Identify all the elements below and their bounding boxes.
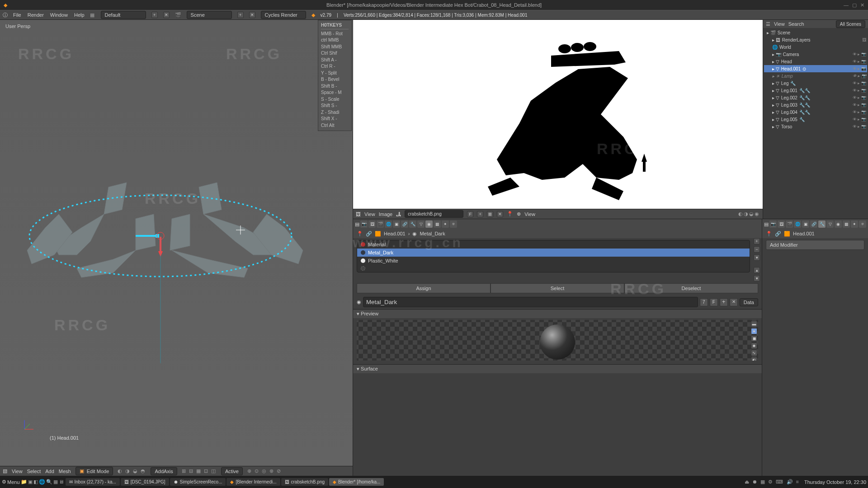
preview-hair[interactable]: ∿ (751, 350, 757, 356)
menu-help[interactable]: Help (74, 12, 85, 18)
tab-render[interactable]: 📷 (360, 221, 368, 228)
tab-modifiers[interactable]: 🔧 (409, 221, 416, 228)
taskbar-item-sketch[interactable]: 🖼 crabsketchB.png (281, 478, 329, 486)
image-canvas[interactable] (353, 20, 763, 209)
img-menu-view2[interactable]: View (524, 211, 535, 217)
mat-unlink-button[interactable]: ✕ (730, 298, 738, 306)
tab2-particles[interactable]: ✦ (851, 221, 858, 228)
tab2-texture[interactable]: ▦ (843, 221, 850, 228)
taskbar-item-dsc[interactable]: 🖼 [DSC_0194.JPG] (121, 478, 169, 486)
tab2-data[interactable]: ▽ (826, 221, 834, 228)
viewport-editor-icon[interactable]: ▧ (3, 468, 7, 474)
tab-renderlayers[interactable]: 🖼 (368, 221, 376, 228)
mat-slot-down[interactable]: ▾ (754, 275, 760, 282)
pin-icon[interactable]: 📍 (357, 231, 363, 237)
layout-remove-button[interactable]: ✕ (163, 12, 170, 18)
outliner-menu-view[interactable]: View (774, 21, 785, 27)
maximize-button[interactable]: ▢ (852, 2, 857, 8)
engine-dropdown[interactable]: Cycles Render (261, 11, 306, 19)
select-button[interactable]: Select (491, 283, 624, 293)
scene-add-button[interactable]: + (237, 12, 244, 18)
close-button[interactable]: ✕ (860, 2, 864, 8)
mat-browse-icon[interactable]: ◉ (357, 299, 361, 305)
shading-icons[interactable]: ◐ ◑ ◒ ◓ (118, 468, 146, 474)
tab2-renderlayers[interactable]: 🖼 (778, 221, 785, 228)
tree-row-head001[interactable]: ▸ ▽ Head.001 ⊙👁 ▸ 📷 (764, 65, 867, 72)
scene-dropdown[interactable]: Scene (187, 11, 232, 19)
tree-row-camera[interactable]: ▸ 📷 Camera👁 ▸ 📷 (764, 51, 867, 58)
assign-button[interactable]: Assign (357, 283, 491, 293)
menu-file[interactable]: File (13, 12, 21, 18)
tab-data[interactable]: ▽ (417, 221, 425, 228)
tab-texture[interactable]: ▦ (434, 221, 441, 228)
tree-row-renderlayers[interactable]: ▸ 🖼 RenderLayers🖼 (764, 36, 867, 43)
addaxis-dropdown[interactable]: AddAxis (151, 467, 177, 475)
start-menu-icon[interactable]: ⚙ (2, 479, 6, 485)
tree-row-lamp[interactable]: ▸ ☀ Lamp👁 ▸ 📷 (764, 72, 867, 80)
landscape-icon[interactable]: 🏞 (396, 211, 401, 217)
mat-link-dropdown[interactable]: Data (740, 298, 758, 306)
mat-slot-remove[interactable]: − (754, 246, 760, 253)
quicklaunch-icons[interactable]: 📁▣◧🌐🔍▦🖥 (21, 479, 65, 485)
layout-add-button[interactable]: + (151, 12, 158, 18)
transform-icons[interactable]: ⊕ ⊙ ◎ ⊗ ⊘ (247, 468, 282, 474)
img-add-button[interactable]: + (477, 211, 483, 217)
outliner-tree[interactable]: ▸ 🎬 Scene ▸ 🖼 RenderLayers🖼 🌐 World ▸ 📷 … (763, 28, 868, 219)
taskbar-item-inbox[interactable]: ✉ Inbox (22,737) - ka... (66, 478, 120, 486)
img-menu-view[interactable]: View (364, 211, 375, 217)
preview-cube[interactable]: ◼ (751, 335, 757, 342)
vp-menu-mesh[interactable]: Mesh (59, 469, 71, 474)
mat-users-count[interactable]: 7 (700, 298, 708, 306)
tree-row-leg001[interactable]: ▸ ▽ Leg.001 🔧🔧👁 ▸ 📷 (764, 87, 867, 94)
mat-fake-user[interactable]: F (710, 298, 718, 306)
tab-scene[interactable]: 🎬 (377, 221, 384, 228)
tab2-modifiers[interactable]: 🔧 (818, 221, 826, 228)
taskbar-item-ssr[interactable]: ⏺ SimpleScreenReco... (170, 478, 226, 486)
tab2-scene[interactable]: 🎬 (786, 221, 793, 228)
tree-row-leg004[interactable]: ▸ ▽ Leg.004 🔧🔧👁 ▸ 📷 (764, 108, 867, 116)
layout-grid-icon[interactable]: ▦ (90, 12, 95, 18)
taskbar-item-blender2[interactable]: ◆ Blender* [/home/ka... (329, 478, 384, 486)
menu-window[interactable]: Window (50, 12, 68, 18)
tab-constraints[interactable]: 🔗 (401, 221, 408, 228)
material-slot-3[interactable]: Plastic_White (357, 257, 750, 265)
img-f-button[interactable]: F (467, 211, 473, 217)
tree-row-head[interactable]: ▸ ▽ Head👁 ▸ 📷 (764, 58, 867, 65)
preview-monkey[interactable]: ☻ (751, 343, 757, 349)
material-slot-empty[interactable] (357, 265, 750, 272)
tab-physics[interactable]: ⚛ (450, 221, 457, 228)
preview-panel-header[interactable]: ▾ Preview (353, 309, 762, 318)
preview-world[interactable]: ◐ (751, 357, 757, 361)
vp-menu-select[interactable]: Select (27, 469, 41, 474)
start-menu-label[interactable]: Menu (7, 479, 20, 485)
tab2-physics[interactable]: ⚛ (859, 221, 866, 228)
outliner-filter-dropdown[interactable]: All Scenes (836, 20, 865, 28)
systray-icons[interactable]: ⏏ ⏺ ▦ ⚙ ⌨ 🔊 ≡ (745, 479, 800, 485)
pivot-point-dropdown[interactable]: Active (221, 467, 243, 475)
taskbar-item-blender1[interactable]: ◆ [Blender Intermedi... (226, 478, 280, 486)
image-file-field[interactable] (405, 210, 463, 218)
tab2-constraints[interactable]: 🔗 (810, 221, 817, 228)
outliner-menu-search[interactable]: Search (788, 21, 804, 27)
vp-menu-add[interactable]: Add (45, 469, 54, 474)
tab2-object[interactable]: ▣ (802, 221, 809, 228)
tree-row-leg005[interactable]: ▸ ▽ Leg.005 🔧👁 ▸ 📷 (764, 116, 867, 123)
img-menu-image[interactable]: Image (379, 211, 393, 217)
material-slot-1[interactable]: Material (357, 240, 750, 249)
outliner-editor-icon[interactable]: ☰ (766, 21, 770, 27)
material-name-field[interactable] (363, 297, 698, 307)
img-channel-icons[interactable]: ◐◑◒◉ (738, 211, 760, 217)
tree-row-scene[interactable]: ▸ 🎬 Scene (764, 29, 867, 36)
mat-new-button[interactable]: + (720, 298, 728, 306)
deselect-button[interactable]: Deselect (624, 283, 758, 293)
material-slot-list[interactable]: Material Metal_Dark Plastic_White (357, 240, 750, 272)
3d-viewport[interactable]: User Persp (0, 20, 353, 466)
tree-row-leg002[interactable]: ▸ ▽ Leg.002 🔧🔧👁 ▸ 📷 (764, 94, 867, 101)
img-remove-button[interactable]: ✕ (497, 211, 503, 217)
preview-sphere-btn[interactable]: ● (751, 328, 757, 334)
mat-slot-add[interactable]: + (754, 238, 760, 244)
preview-flat[interactable]: ▬ (751, 321, 757, 327)
snap-icons[interactable]: ⊞ ⊟ ▦ ⊡ ◫ (182, 468, 217, 474)
tree-row-torso[interactable]: ▸ ▽ Torso👁 ▸ 📷 (764, 123, 867, 130)
tab-world[interactable]: 🌐 (385, 221, 392, 228)
